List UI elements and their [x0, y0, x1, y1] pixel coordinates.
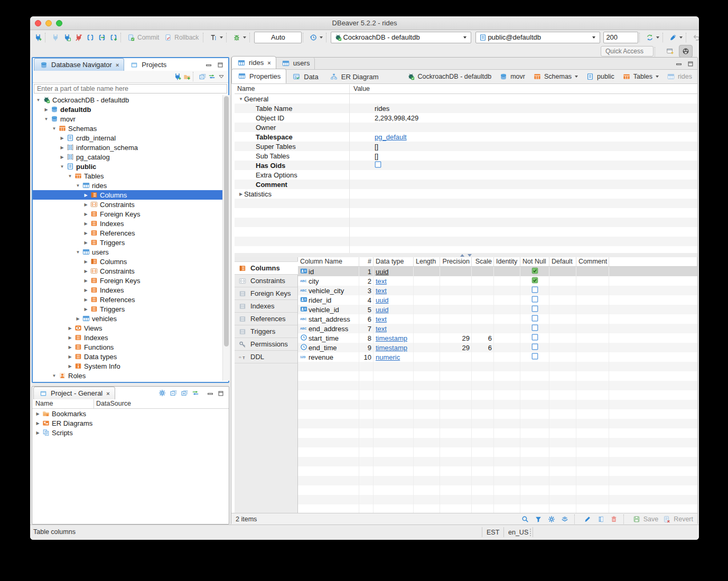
- filter-icon[interactable]: [534, 514, 543, 524]
- not-null-checkbox[interactable]: [531, 296, 538, 304]
- expander-icon[interactable]: ▶: [82, 297, 89, 302]
- new-connection-icon[interactable]: [32, 32, 44, 43]
- maximize-editor-icon[interactable]: [686, 59, 695, 69]
- tree-item-indexes[interactable]: ▶Indexes: [33, 333, 222, 342]
- grid-header-comment[interactable]: Comment: [576, 257, 609, 266]
- column-row-end_time[interactable]: end_time9timestamp296: [298, 343, 697, 352]
- debug-dropdown-caret[interactable]: [243, 36, 246, 39]
- expander-icon[interactable]: ▶: [34, 430, 41, 435]
- commit-label[interactable]: Commit: [137, 34, 159, 41]
- side-tab-triggers[interactable]: Triggers: [235, 325, 297, 338]
- expander-icon[interactable]: ▶: [82, 259, 89, 264]
- column-divider[interactable]: [94, 399, 94, 408]
- breadcrumb-caret-icon[interactable]: [575, 76, 578, 78]
- property-row-table-name[interactable]: Table Namerides: [235, 104, 697, 113]
- project-item-scripts[interactable]: ▶Scripts: [32, 428, 229, 437]
- subtab-er-diagram[interactable]: ER Diagram: [324, 70, 384, 83]
- new-sql-editor-icon[interactable]: [108, 32, 119, 43]
- connection-caret[interactable]: [463, 36, 466, 39]
- tree-item-rides[interactable]: ▼rides: [33, 181, 222, 190]
- data-type-link[interactable]: text: [376, 287, 387, 295]
- property-row-has-oids[interactable]: Has Oids: [235, 161, 697, 170]
- minimize-editor-icon[interactable]: [674, 59, 684, 69]
- tree-item-users[interactable]: ▼users: [33, 247, 222, 257]
- table-filter-input[interactable]: [34, 84, 227, 93]
- side-tab-references[interactable]: References: [235, 313, 297, 325]
- delete-icon[interactable]: [609, 514, 619, 524]
- data-type-link[interactable]: text: [376, 315, 387, 323]
- column-divider[interactable]: [349, 85, 350, 93]
- rollback-icon[interactable]: [162, 32, 174, 43]
- sql-editor-icon[interactable]: [85, 32, 96, 43]
- quick-access-input[interactable]: [601, 46, 654, 57]
- minimize-panel-icon[interactable]: [204, 60, 213, 70]
- data-type-link[interactable]: timestamp: [376, 344, 407, 352]
- subtab-data[interactable]: Data: [286, 70, 323, 83]
- horizontal-splitter[interactable]: [235, 253, 697, 257]
- debug-icon[interactable]: [231, 32, 242, 43]
- side-tab-indexes[interactable]: Indexes: [235, 300, 297, 313]
- breadcrumb-item-rides[interactable]: rides: [666, 72, 692, 81]
- expander-icon[interactable]: ▼: [51, 126, 58, 131]
- fetch-size-input[interactable]: 200: [603, 32, 638, 43]
- grid-header-column-name[interactable]: Column Name: [298, 257, 359, 266]
- refresh-dropdown-caret[interactable]: [656, 36, 659, 39]
- disconnect-icon[interactable]: [73, 32, 85, 43]
- expander-icon[interactable]: ▶: [43, 107, 50, 112]
- expander-icon[interactable]: ▼: [43, 117, 50, 121]
- column-row-city[interactable]: ABCcity2text: [298, 276, 697, 286]
- expander-icon[interactable]: ▶: [238, 192, 244, 196]
- splitter-down-icon[interactable]: [468, 254, 472, 257]
- tree-item-system-info[interactable]: ▶System Info: [33, 361, 222, 371]
- expander-icon[interactable]: ▶: [82, 193, 89, 198]
- new-connection-icon[interactable]: [173, 72, 182, 81]
- expander-icon[interactable]: ▼: [67, 174, 73, 179]
- expander-icon[interactable]: ▶: [74, 316, 81, 321]
- not-null-checkbox[interactable]: [531, 324, 538, 333]
- breadcrumb-item-tables[interactable]: Tables: [622, 72, 659, 81]
- history-dropdown-caret[interactable]: [320, 36, 323, 39]
- tree-item-vehicles[interactable]: ▶vehicles: [33, 314, 222, 323]
- expander-icon[interactable]: ▼: [35, 98, 42, 102]
- connection-select[interactable]: CockroachDB - defaultdb: [331, 32, 471, 43]
- column-row-start_address[interactable]: ABCstart_address6text: [298, 314, 697, 324]
- expander-icon[interactable]: ▶: [34, 421, 41, 426]
- collapse-all-icon[interactable]: [169, 388, 178, 398]
- tree-item-functions[interactable]: ▶Functions: [33, 342, 222, 352]
- tree-item-foreign-keys[interactable]: ▶Foreign Keys: [33, 209, 222, 219]
- expander-icon[interactable]: ▶: [82, 269, 89, 274]
- tree-scrollbar[interactable]: [222, 95, 229, 381]
- link-with-editor-icon[interactable]: [191, 388, 200, 398]
- expander-icon[interactable]: ▶: [82, 221, 89, 226]
- breadcrumb-item-schemas[interactable]: Schemas: [533, 72, 578, 81]
- tree-item-constraints[interactable]: ▶Constraints: [33, 200, 222, 209]
- schema-caret[interactable]: [592, 36, 595, 39]
- column-header-datasource[interactable]: DataSource: [96, 400, 131, 407]
- save-button[interactable]: Save: [643, 516, 659, 523]
- breadcrumb-item-cockroachdb-defaultdb[interactable]: CockroachDB - defaultdb: [406, 72, 492, 81]
- tree-item-indexes[interactable]: ▶Indexes: [33, 285, 222, 295]
- column-row-id[interactable]: id1uuid: [298, 267, 697, 276]
- grid-header-precision[interactable]: Precision: [440, 257, 472, 266]
- search-icon[interactable]: [520, 514, 530, 524]
- tree-item-public[interactable]: ▼public: [33, 162, 222, 171]
- side-tab-columns[interactable]: Columns: [235, 261, 298, 275]
- breadcrumb-item-public[interactable]: public: [585, 72, 614, 81]
- rollback-label[interactable]: Rollback: [174, 34, 199, 41]
- expander-icon[interactable]: ▶: [82, 288, 89, 293]
- tree-item-movr[interactable]: ▼movr: [33, 114, 222, 124]
- expander-icon[interactable]: ▶: [59, 145, 66, 150]
- expander-icon[interactable]: ▶: [67, 354, 73, 359]
- side-tab-ddl[interactable]: ‹›TDDL: [235, 351, 297, 363]
- tree-item-roles[interactable]: ▼Roles: [33, 371, 222, 380]
- grid-header-data-type[interactable]: Data type: [374, 257, 414, 266]
- link-with-editor-icon[interactable]: [207, 72, 217, 81]
- new-project-folder-icon[interactable]: [182, 72, 192, 81]
- property-row-statistics[interactable]: ▶Statistics: [235, 189, 697, 199]
- compare-icon[interactable]: [560, 514, 570, 524]
- data-type-link[interactable]: uuid: [376, 268, 389, 276]
- minimize-panel-icon[interactable]: [206, 389, 215, 398]
- locale-indicator[interactable]: en_US: [504, 527, 533, 537]
- grid-header--[interactable]: #: [359, 257, 374, 266]
- open-perspective-icon[interactable]: [663, 45, 677, 58]
